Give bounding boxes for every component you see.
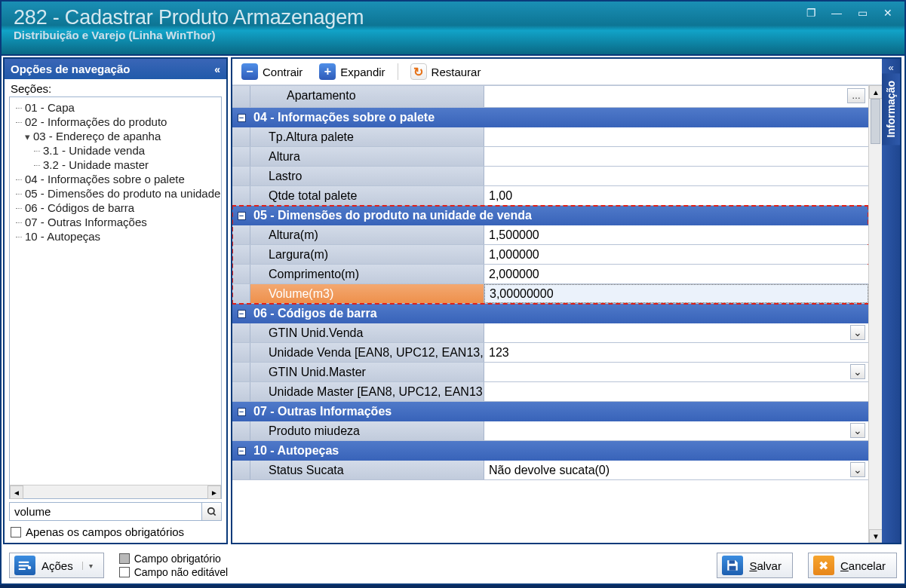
section-header[interactable]: −10 - Autopeças [232,441,868,461]
property-grid[interactable]: Apartamento−04 - Informações sobre o pal… [232,85,868,543]
scroll-right-icon[interactable]: ► [207,485,221,499]
section-header[interactable]: −06 - Códigos de barra [232,304,868,323]
section-header[interactable]: −07 - Outras Informações [232,402,868,421]
minimize-window-icon[interactable]: — [826,5,847,21]
property-value[interactable] [484,363,868,381]
svg-rect-2 [19,562,29,563]
row-handle [232,363,250,381]
tree-item-03[interactable]: ▾03 - Endereço de apanha [13,129,221,143]
property-row[interactable]: Produto miudeza [232,421,868,441]
readonly-swatch [119,567,130,577]
tree-item-07[interactable]: 07 - Outras Informações [13,215,221,229]
navigation-title: Opções de navegação [11,63,130,75]
save-button[interactable]: Salvar [717,553,793,578]
grid-vertical-scrollbar[interactable]: ▲ ▼ [868,85,882,543]
tree-item-06[interactable]: 06 - Códigos de barra [13,201,221,215]
property-label: Volume(m3) [250,284,484,303]
property-row[interactable]: Comprimento(m)2,000000 [232,265,868,284]
tree-item-10[interactable]: 10 - Autopeças [13,229,221,243]
property-label: Unidade Master [EAN8, UPC12, EAN13, DUN1… [250,382,484,401]
search-button[interactable] [202,502,222,521]
scroll-thumb[interactable] [871,99,880,144]
section-header[interactable]: −05 - Dimensões do produto na unidade de… [232,206,868,225]
property-value[interactable] [484,127,868,146]
property-value[interactable]: 1,00 [484,186,868,205]
property-row[interactable]: Largura(m)1,000000 [232,245,868,265]
nav-tree[interactable]: 01 - Capa 02 - Informações do produto ▾0… [10,97,221,485]
property-value[interactable]: 2,000000 [484,265,868,283]
collapse-all-button[interactable]: − Contrair [237,62,307,81]
tree-item-05[interactable]: 05 - Dimensões do produto na unidade de … [13,186,221,201]
actions-button[interactable]: Ações [9,553,104,578]
property-value[interactable]: 123 [484,343,868,362]
property-value[interactable]: 1,500000 [484,225,868,244]
close-window-icon[interactable]: ✕ [877,5,898,21]
property-row[interactable]: Apartamento [232,85,868,108]
section-collapse-icon[interactable]: − [238,114,246,122]
section-collapse-icon[interactable]: − [238,212,246,220]
search-input[interactable] [9,502,202,521]
property-label: Status Sucata [250,461,484,479]
app-window: 282 - Cadastrar Produto Armazenagem Dist… [0,0,906,585]
property-label: Comprimento(m) [250,265,484,283]
scroll-down-icon[interactable]: ▼ [869,529,883,543]
tree-item-02[interactable]: 02 - Informações do produto [13,115,221,129]
property-value[interactable] [484,167,868,185]
restore-icon: ↻ [410,63,427,80]
property-value[interactable]: 1,000000 [484,245,868,264]
collapse-nav-icon[interactable]: « [214,63,220,75]
section-collapse-icon[interactable]: − [238,310,246,318]
property-row[interactable]: Volume(m3)3,00000000 [232,284,868,304]
section-collapse-icon[interactable]: − [238,447,246,455]
row-handle [232,421,250,440]
restore-button[interactable]: ↻ Restaurar [406,62,486,81]
section-collapse-icon[interactable]: − [238,408,246,416]
property-value[interactable]: 3,00000000 [484,284,868,303]
property-row[interactable]: Altura(m)1,500000 [232,225,868,245]
tree-item-03-2[interactable]: 3.2 - Unidade master [13,158,221,172]
property-row[interactable]: GTIN Unid.Venda [232,323,868,343]
property-row[interactable]: Status SucataNão devolve sucata(0) [232,461,868,480]
property-row[interactable]: Altura [232,147,868,167]
property-row[interactable]: Qtde total palete1,00 [232,186,868,206]
info-side-panel-collapsed[interactable]: « Informação [882,59,900,543]
tree-item-04[interactable]: 04 - Informações sobre o palete [13,172,221,186]
svg-rect-6 [729,560,736,564]
property-label: Altura [250,147,484,166]
property-row[interactable]: GTIN Unid.Master [232,363,868,382]
title-bar: 282 - Cadastrar Produto Armazenagem Dist… [2,2,904,54]
expand-side-icon[interactable]: « [882,59,900,73]
property-value[interactable] [484,86,868,107]
nav-horizontal-scrollbar[interactable]: ◄ ► [10,485,221,498]
section-header[interactable]: −04 - Informações sobre o palete [232,108,868,127]
row-handle [232,147,250,166]
property-row[interactable]: Tp.Altura palete [232,127,868,147]
highlighted-section: −05 - Dimensões do produto na unidade de… [232,206,868,304]
property-value[interactable] [484,323,868,342]
expand-all-button[interactable]: + Expandir [315,62,389,81]
property-row[interactable]: Unidade Venda [EAN8, UPC12, EAN13, DUN14… [232,343,868,363]
scroll-left-icon[interactable]: ◄ [10,485,23,499]
tree-collapse-icon[interactable]: ▾ [25,131,30,142]
row-handle [232,186,250,205]
row-handle [232,284,250,303]
restore-window-icon[interactable]: ❐ [800,5,822,21]
property-value[interactable]: Não devolve sucata(0) [484,461,868,479]
maximize-window-icon[interactable]: ▭ [852,5,873,21]
property-label: Largura(m) [250,245,484,264]
row-handle [232,265,250,283]
only-required-checkbox[interactable] [11,527,21,537]
only-required-label: Apenas os campos obrigatórios [26,525,184,538]
tree-item-03-1[interactable]: 3.1 - Unidade venda [13,143,221,158]
row-handle [232,245,250,264]
property-row[interactable]: Lastro [232,167,868,186]
property-value[interactable] [484,421,868,440]
property-row[interactable]: Unidade Master [EAN8, UPC12, EAN13, DUN1… [232,382,868,402]
cancel-button[interactable]: ✖ Cancelar [808,553,897,578]
navigation-panel: Opções de navegação « Seções: 01 - Capa … [3,57,228,544]
tree-item-01[interactable]: 01 - Capa [13,100,221,115]
scroll-up-icon[interactable]: ▲ [869,85,883,99]
property-value[interactable] [484,382,868,401]
save-icon [722,556,743,575]
property-value[interactable] [484,147,868,166]
